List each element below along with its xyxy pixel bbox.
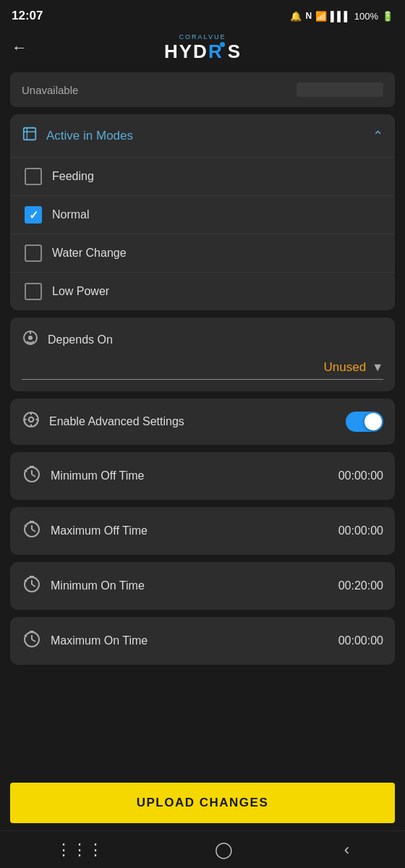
max-on-time-value: 00:00:00 [338,634,383,647]
logo-d: D [193,41,208,63]
low-power-label: Low Power [52,285,109,298]
active-in-modes-title: Active in Modes [46,129,133,143]
logo-y: Y [179,41,192,63]
status-icons: 🔔 N 📶 ▌▌▌ 100% 🔋 [290,11,393,22]
max-off-time-label: Maximum Off Time [51,524,330,537]
wifi-icon: 📶 [315,11,327,22]
app-header: ← CORALVUE H Y D R S [0,29,405,69]
min-off-time-icon [22,464,42,488]
mode-item-feeding[interactable]: Feeding [10,158,395,195]
max-off-time-value: 00:00:00 [338,524,383,537]
unavailable-label: Unavailable [22,84,78,96]
depends-on-select[interactable]: Unused ▼ [22,360,383,380]
max-on-time-card[interactable]: Maximum On Time 00:00:00 [10,617,395,665]
nav-menu-icon[interactable]: ⋮⋮⋮ [56,841,103,859]
toggle-knob [364,413,382,430]
svg-line-19 [32,529,35,532]
section-header-left: Active in Modes [22,126,133,145]
battery-text: 100% [354,11,378,22]
active-in-modes-header[interactable]: Active in Modes ⌃ [10,114,395,158]
nav-home-icon[interactable]: ◯ [215,841,233,859]
signal-icon: ▌▌▌ [331,11,351,22]
logo-h: H [164,41,179,63]
max-off-time-card[interactable]: Maximum Off Time 00:00:00 [10,507,395,555]
logo: CORALVUE H Y D R S [164,33,241,63]
depends-on-title: Depends On [48,333,113,346]
min-off-time-value: 00:00:00 [338,469,383,482]
logo-r-icon: R [208,41,223,63]
check-icon: ✓ [29,208,38,222]
unavailable-toggle-placeholder [297,82,383,97]
max-off-time-icon [22,519,42,543]
back-button[interactable]: ← [12,38,27,57]
logo-s: S [228,41,241,63]
feeding-label: Feeding [52,170,94,183]
battery-icon: 🔋 [382,11,393,22]
depends-on-value: Unused [324,360,367,375]
svg-point-4 [28,336,33,340]
status-bar: 12:07 🔔 N 📶 ▌▌▌ 100% 🔋 [0,0,405,29]
content-area: Unavailable Active in Modes ⌃ Feeding [0,69,405,780]
svg-line-24 [32,584,35,587]
mode-item-normal[interactable]: ✓ Normal [10,195,395,234]
brand-name: CORALVUE [179,33,226,41]
min-off-time-card[interactable]: Minimum Off Time 00:00:00 [10,452,395,500]
depends-chevron-icon: ▼ [372,361,383,374]
nav-back-icon[interactable]: ‹ [344,841,349,859]
active-in-modes-card: Active in Modes ⌃ Feeding ✓ Normal Water… [10,114,395,310]
status-time: 12:07 [12,9,43,23]
advanced-settings-label: Enable Advanced Settings [49,415,337,428]
upload-changes-button[interactable]: UPLOAD CHANGES [10,783,395,823]
min-on-time-label: Minimum On Time [51,579,330,592]
svg-line-14 [32,475,35,477]
depends-on-card: Depends On Unused ▼ [10,318,395,391]
min-on-time-value: 00:20:00 [338,579,383,592]
feeding-checkbox[interactable] [25,168,42,185]
svg-line-29 [32,639,35,642]
modes-chevron-icon: ⌃ [372,128,383,144]
min-on-time-icon [22,574,42,598]
alarm-icon: 🔔 [290,11,302,22]
logo-text: H Y D R S [164,41,241,63]
min-on-time-card[interactable]: Minimum On Time 00:20:00 [10,562,395,610]
nfc-icon: N [305,11,312,21]
normal-checkbox[interactable]: ✓ [25,206,42,224]
mode-item-water-change[interactable]: Water Change [10,234,395,272]
max-on-time-icon [22,629,42,653]
unavailable-card: Unavailable [10,72,395,107]
max-on-time-label: Maximum On Time [51,634,330,647]
normal-label: Normal [52,208,90,221]
water-change-label: Water Change [52,247,127,260]
depends-on-icon [22,329,39,350]
mode-item-low-power[interactable]: Low Power [10,272,395,310]
min-off-time-label: Minimum Off Time [51,469,330,482]
water-change-checkbox[interactable] [25,244,42,262]
advanced-settings-card: Enable Advanced Settings [10,399,395,445]
advanced-settings-icon [22,410,40,433]
svg-point-7 [29,417,34,422]
advanced-settings-toggle[interactable] [346,412,383,432]
svg-rect-0 [24,128,36,140]
modes-icon [22,126,38,145]
low-power-checkbox[interactable] [25,283,42,300]
bottom-nav: ⋮⋮⋮ ◯ ‹ [0,830,405,868]
depends-on-header: Depends On [22,329,383,350]
